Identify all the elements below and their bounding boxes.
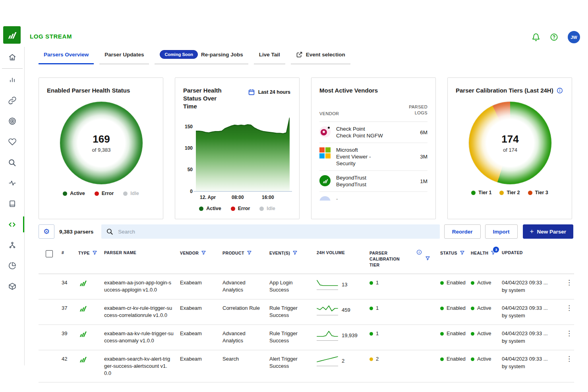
legend-dot xyxy=(499,191,504,195)
tier-dot xyxy=(369,281,373,285)
exabeam-logo-icon xyxy=(6,29,17,41)
product-filter-icon[interactable] xyxy=(247,250,252,255)
tab-parsers-overview[interactable]: Parsers Overview xyxy=(39,50,94,64)
parser-name: exabeam-cr-kv-rule-trigger-success-corre… xyxy=(104,305,180,319)
calibration-cell: 1 xyxy=(369,305,440,312)
sidebar xyxy=(0,47,25,365)
tree-icon xyxy=(8,241,17,249)
sidebar-item-workflows[interactable] xyxy=(0,235,24,255)
reorder-button[interactable]: Reorder xyxy=(444,224,481,239)
tab-live-tail[interactable]: Live Tail xyxy=(254,50,285,64)
legend-error[interactable]: Error xyxy=(231,206,250,211)
legend-active[interactable]: Active xyxy=(199,206,221,211)
card-title: Most Active Vendors xyxy=(319,87,378,95)
legend-tier-1[interactable]: Tier 1 xyxy=(471,190,491,195)
pie-chart-icon xyxy=(8,261,17,270)
status-dot xyxy=(440,332,444,336)
sidebar-item-library[interactable] xyxy=(0,193,24,214)
settings-gear-icon[interactable]: ⚙ xyxy=(39,224,54,239)
chart-legend: Tier 1 Tier 2 Tier 3 xyxy=(448,190,572,195)
col-parsed-logs: PARSED LOGS xyxy=(405,104,427,116)
table-row[interactable]: 34 exabeam-aa-json-app-login-success-app… xyxy=(39,274,574,299)
status-value: Enabled xyxy=(447,305,466,312)
time-range-selector[interactable]: Last 24 hours xyxy=(246,88,293,96)
info-icon[interactable] xyxy=(557,87,563,94)
health-filter-icon[interactable]: 3 xyxy=(491,250,496,255)
sidebar-item-reports[interactable] xyxy=(0,255,24,276)
legend-error[interactable]: Error xyxy=(95,191,114,196)
type-filter-icon[interactable] xyxy=(92,250,97,255)
table-toolbar: ⚙ 9,383 parsers Reorder Import +New Pars… xyxy=(39,224,573,239)
search-icon xyxy=(8,158,16,167)
donut-value: 174 xyxy=(501,133,518,145)
volume-sparkline xyxy=(317,305,338,312)
help-icon[interactable] xyxy=(550,33,558,41)
legend-tier-2[interactable]: Tier 2 xyxy=(499,190,520,195)
tab-re-parsing-jobs[interactable]: Coming SoonRe-parsing Jobs xyxy=(155,50,248,64)
legend-idle[interactable]: Idle xyxy=(259,206,275,211)
legend-idle[interactable]: Idle xyxy=(123,191,139,196)
table-row[interactable]: 37 exabeam-cr-kv-rule-trigger-success-co… xyxy=(39,299,574,325)
sidebar-item-analytics[interactable] xyxy=(0,70,24,90)
sidebar-item-home[interactable] xyxy=(0,47,24,68)
row-num: 37 xyxy=(62,305,78,312)
col-events: EVENT(S) xyxy=(269,250,317,255)
sidebar-item-activity[interactable] xyxy=(0,173,24,193)
table-row[interactable]: 39 exabeam-aa-kv-rule-trigger-success-an… xyxy=(39,325,574,350)
y-tick: 150 xyxy=(181,124,193,129)
health-dot xyxy=(471,332,474,336)
vendor-cell: Exabeam xyxy=(180,355,222,363)
search-input[interactable] xyxy=(117,228,435,235)
tier-value: 2 xyxy=(376,355,379,363)
area-chart xyxy=(196,116,290,191)
vendor-product: Check Point NGFW xyxy=(336,133,383,139)
col-vendor: VENDOR xyxy=(180,250,222,255)
card-calibration-tiers: Parser Calibration Tiers (Last 24H) 174 … xyxy=(447,77,572,219)
row-menu-kebab-icon[interactable]: ⋮ xyxy=(563,355,575,363)
legend-dot xyxy=(123,191,128,196)
tab-event-selection[interactable]: Event selection xyxy=(291,50,350,64)
import-button[interactable]: Import xyxy=(485,224,518,239)
volume-value: 19,939 xyxy=(342,332,358,339)
calibration-filter-icon[interactable] xyxy=(425,256,430,261)
volume-cell: 459 xyxy=(317,305,369,315)
vendor-name: BeyondTrust xyxy=(336,175,366,181)
updated-cell: 04/04/2023 09:33 ...by system xyxy=(502,305,563,319)
vendor-filter-icon[interactable] xyxy=(201,250,206,255)
sidebar-item-packages[interactable] xyxy=(0,276,24,297)
card-enabled-parser-health: Enabled Parser Health Status 169 of 9,38… xyxy=(39,77,163,219)
row-num: 34 xyxy=(62,279,78,286)
sidebar-item-detections[interactable] xyxy=(0,111,24,131)
health-dot xyxy=(471,307,474,310)
sidebar-item-log-stream[interactable] xyxy=(0,214,24,235)
parser-name: exabeam-aa-json-app-login-success-applog… xyxy=(104,279,180,294)
tier-value: 1 xyxy=(376,330,379,337)
table-row[interactable]: 42 exabeam-search-kv-alert-trigger-succe… xyxy=(39,350,574,382)
events-filter-icon[interactable] xyxy=(292,250,298,255)
donut-value: 169 xyxy=(93,133,110,145)
sidebar-item-connections[interactable] xyxy=(0,90,24,111)
row-menu-kebab-icon[interactable]: ⋮ xyxy=(563,279,575,286)
external-link-icon xyxy=(296,51,303,58)
legend-active[interactable]: Active xyxy=(63,191,85,196)
health-value: Active xyxy=(477,305,491,312)
row-menu-kebab-icon[interactable]: ⋮ xyxy=(563,330,575,337)
notifications-bell-icon[interactable] xyxy=(532,33,540,42)
list-item: BeyondTrustBeyondTrust 1M xyxy=(319,171,427,192)
row-menu-kebab-icon[interactable]: ⋮ xyxy=(563,305,575,312)
new-parser-button[interactable]: +New Parser xyxy=(523,224,573,239)
calibration-cell: 1 xyxy=(369,279,440,286)
col-num: # xyxy=(62,250,78,255)
tab-parser-updates[interactable]: Parser Updates xyxy=(99,50,149,64)
calibration-info-icon[interactable] xyxy=(416,249,422,255)
sidebar-item-health[interactable] xyxy=(0,131,24,152)
parsed-logs-value: 3M xyxy=(420,154,427,160)
status-filter-icon[interactable] xyxy=(460,250,465,255)
legend-tier-3[interactable]: Tier 3 xyxy=(528,190,548,195)
avatar[interactable]: JW xyxy=(568,31,580,43)
col-product: PRODUCT xyxy=(222,250,269,255)
exabeam-type-icon xyxy=(78,278,87,288)
sidebar-item-search[interactable] xyxy=(0,152,24,173)
select-all-checkbox[interactable] xyxy=(46,250,53,257)
events-cell: Rule Trigger Success xyxy=(269,330,303,344)
